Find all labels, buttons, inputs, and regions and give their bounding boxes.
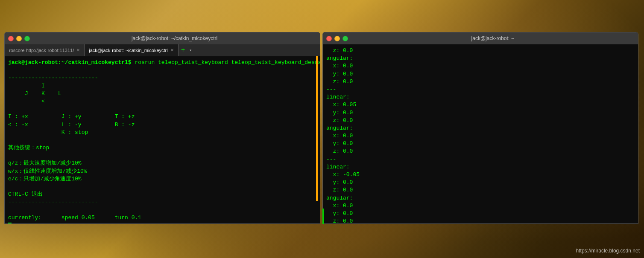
minimize-button-left[interactable] [16, 36, 22, 41]
term-line-1 [8, 67, 316, 74]
term-line-4: J K L [8, 90, 316, 98]
tab-roscore-label: roscore http://jack-robot:11311/ [9, 48, 74, 53]
titlebar-left: jack@jack-robot: ~/catkin_micokeyctrl [5, 32, 320, 44]
tab-bar-left: roscore http://jack-robot:11311/ ✕ jack@… [5, 44, 320, 56]
window-title-right: jack@jack-robot: ~ [351, 35, 635, 41]
window-title-left: jack@jack-robot: ~/catkin_micokeyctrl [32, 35, 316, 41]
tab-catkin[interactable]: jack@jack-robot: ~/catkin_micokeyctrl ✕ [85, 44, 178, 56]
maximize-button-right[interactable] [342, 36, 348, 41]
r-line-14: --- [326, 156, 635, 163]
r-line-1: angular: [326, 55, 635, 62]
r-line-17: y: 0.0 [326, 179, 635, 186]
r-line-19: angular: [326, 194, 635, 202]
titlebar-right: jack@jack-robot: ~ [323, 32, 638, 44]
term-line-17: CTRL-C 退出 [8, 191, 316, 198]
term-line-18: --------------------------- [8, 198, 316, 206]
term-line-5: < [8, 98, 316, 105]
term-line-16 [8, 183, 316, 191]
tab-roscore-close[interactable]: ✕ [76, 48, 80, 52]
term-line-11: 其他按键：stop [8, 144, 316, 152]
term-line-3: I [8, 82, 316, 90]
r-line-16: x: -0.05 [326, 171, 635, 179]
term-line-10 [8, 136, 316, 144]
r-line-2: x: 0.0 [326, 62, 635, 70]
watermark: https://miracle.blog.csdn.net [576, 248, 640, 254]
terminal-window-right: jack@jack-robot: ~ z: 0.0 angular: x: 0.… [322, 32, 638, 224]
r-line-9: z: 0.0 [326, 117, 635, 125]
close-button-left[interactable] [8, 36, 14, 41]
tab-catkin-label: jack@jack-robot: ~/catkin_micokeyctrl [89, 48, 167, 53]
terminal-body-right: z: 0.0 angular: x: 0.0 y: 0.0 z: 0.0 ---… [323, 44, 638, 223]
term-line-13: q/z：最大速度增加/减少10% [8, 159, 316, 167]
tab-add-button[interactable]: + [179, 46, 188, 54]
minimize-button-right[interactable] [334, 36, 340, 41]
r-line-12: y: 0.0 [326, 140, 635, 148]
term-line-8: < : -x L : -y B : -z [8, 121, 316, 129]
r-line-20: x: 0.0 [326, 202, 635, 210]
r-line-5: --- [326, 86, 635, 93]
r-line-4: z: 0.0 [326, 78, 635, 86]
divider-green [322, 209, 324, 224]
tab-catkin-close[interactable]: ✕ [170, 48, 174, 52]
term-line-9: K : stop [8, 129, 316, 136]
r-line-18: z: 0.0 [326, 186, 635, 194]
r-line-21: y: 0.0 [326, 210, 635, 217]
r-line-13: z: 0.0 [326, 148, 635, 155]
term-line-12 [8, 152, 316, 159]
term-line-15: e/c：只增加/减少角速度10% [8, 175, 316, 183]
terminal-window-left: jack@jack-robot: ~/catkin_micokeyctrl ro… [4, 32, 320, 224]
r-line-11: x: 0.0 [326, 132, 635, 140]
term-line-7: I : +x J : +y T : +z [8, 113, 316, 121]
r-line-6: linear: [326, 93, 635, 101]
r-line-8: y: 0.0 [326, 109, 635, 117]
term-line-20: currently: speed 0.05 turn 0.1 [8, 214, 316, 222]
term-line-19 [8, 206, 316, 214]
divider-orange [316, 56, 318, 201]
cursor-left [8, 223, 12, 223]
r-line-22: z: 0.0 [326, 217, 635, 223]
r-line-10: angular: [326, 125, 635, 132]
term-line-0: jack@jack-robot:~/catkin_micokeyctrl$ ro… [8, 59, 316, 67]
close-button-right[interactable] [326, 36, 332, 41]
term-line-cursor [8, 222, 316, 223]
term-line-2: --------------------------- [8, 74, 316, 82]
r-line-7: x: 0.05 [326, 101, 635, 109]
r-line-0: z: 0.0 [326, 47, 635, 55]
tab-dropdown-button[interactable]: ▾ [187, 48, 193, 53]
term-line-6 [8, 105, 316, 113]
maximize-button-left[interactable] [24, 36, 30, 41]
terminal-body-left: jack@jack-robot:~/catkin_micokeyctrl$ ro… [5, 56, 320, 223]
r-line-15: linear: [326, 163, 635, 171]
term-line-14: w/x：仅线性速度增加/减少10% [8, 168, 316, 175]
tab-roscore[interactable]: roscore http://jack-robot:11311/ ✕ [5, 44, 85, 56]
r-line-3: y: 0.0 [326, 70, 635, 78]
